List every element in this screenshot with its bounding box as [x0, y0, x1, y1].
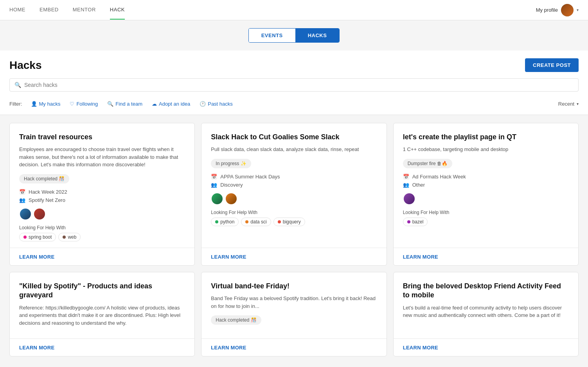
card-body: Train travel resources Employees are enc… — [10, 123, 194, 248]
nav-hack[interactable]: HACK — [110, 0, 125, 20]
hack-card: Bring the beloved Desktop Friend Activit… — [393, 272, 579, 356]
tag: python — [211, 218, 239, 226]
card-title: let's create the playlist page in QT — [403, 133, 569, 142]
tag-dot — [23, 236, 27, 239]
filter-left: Filter: 👤 My hacks ♡ Following 🔍 Find a … — [9, 99, 237, 108]
events-tab[interactable]: EVENTS — [249, 29, 295, 42]
tag-label: data sci — [250, 219, 266, 225]
tag: bazel — [403, 218, 428, 226]
hacks-grid: Train travel resources Employees are enc… — [0, 115, 588, 364]
my-hacks-label: My hacks — [39, 101, 61, 107]
nav-profile[interactable]: My profile ▾ — [536, 4, 579, 16]
search-box: 🔍 — [9, 78, 579, 92]
search-small-icon: 🔍 — [107, 101, 113, 107]
tags: bazel — [403, 218, 569, 226]
card-desc: Reference: https://killedbygoogle.com/ A… — [19, 304, 185, 327]
card-title: Slack Hack to Cut Goalies Some Slack — [211, 133, 377, 142]
avatars — [403, 192, 569, 205]
cloud-icon: ☁ — [152, 101, 157, 107]
calendar-icon: 📅 — [211, 174, 217, 180]
tags: python data sci bigquery — [211, 218, 377, 226]
heart-icon: ♡ — [70, 101, 74, 107]
hack-card: let's create the playlist page in QT 1 C… — [393, 123, 579, 266]
avatars — [19, 208, 185, 220]
tags: spring boot web — [19, 233, 185, 241]
person-icon: 👤 — [31, 101, 37, 107]
hack-card: "Killed by Spotify" - Products and ideas… — [9, 272, 195, 356]
nav-embed[interactable]: EMBED — [40, 0, 59, 20]
card-desc: Employees are encouraged to choose train… — [19, 146, 185, 169]
hacks-tab[interactable]: HACKS — [295, 29, 340, 42]
status-badge: Dumpster fire 🗑🔥 — [403, 159, 452, 168]
card-body: Bring the beloved Desktop Friend Activit… — [394, 272, 578, 338]
learn-more-link[interactable]: LEARN MORE — [211, 345, 246, 351]
event-label: Hack Week 2022 — [29, 189, 67, 195]
create-post-button[interactable]: CREATE POST — [525, 58, 579, 72]
filter-past-hacks[interactable]: 🕐 Past hacks — [196, 99, 237, 108]
clock-icon: 🕐 — [200, 101, 206, 107]
event-row: 📅 Hack Week 2022 — [19, 189, 185, 195]
nav-mentor[interactable]: MENTOR — [73, 0, 96, 20]
filter-my-hacks[interactable]: 👤 My hacks — [27, 99, 65, 108]
learn-more-link[interactable]: LEARN MORE — [403, 345, 438, 351]
filter-row: Filter: 👤 My hacks ♡ Following 🔍 Find a … — [0, 96, 588, 115]
learn-more-link[interactable]: LEARN MORE — [19, 345, 54, 351]
tag: web — [58, 233, 81, 241]
nav-links: HOME EMBED MENTOR HACK — [9, 0, 536, 20]
filter-right: Recent ▾ — [558, 101, 579, 107]
calendar-icon: 📅 — [403, 174, 409, 180]
avatar — [19, 208, 32, 220]
filter-label: Filter: — [9, 101, 22, 107]
avatar — [211, 192, 223, 205]
card-desc: 1 C++ codebase, targeting mobile and des… — [403, 146, 569, 153]
card-body: Virtual band-tee Friday! Band Tee Friday… — [201, 272, 386, 338]
help-label: Looking For Help With — [19, 225, 185, 230]
tag: data sci — [241, 218, 271, 226]
page-title: Hacks — [9, 59, 42, 72]
toggle-row: EVENTS HACKS — [0, 20, 588, 50]
search-icon: 🔍 — [14, 82, 21, 88]
filter-adopt-idea[interactable]: ☁ Adopt an idea — [148, 99, 194, 108]
tag: spring boot — [19, 233, 56, 241]
filter-following[interactable]: ♡ Following — [66, 99, 102, 108]
following-label: Following — [76, 101, 98, 107]
filter-find-team[interactable]: 🔍 Find a team — [103, 99, 146, 108]
tag-dot — [278, 220, 281, 223]
card-title: Train travel resources — [19, 133, 185, 142]
event-label: Ad Formats Hack Week — [412, 174, 466, 180]
team-label: Spotify Net Zero — [29, 197, 65, 203]
learn-more-link[interactable]: LEARN MORE — [211, 254, 246, 260]
event-label: APPA Summer Hack Days — [220, 174, 280, 180]
help-label: Looking For Help With — [211, 210, 377, 215]
tag-dot — [215, 220, 218, 223]
nav-home[interactable]: HOME — [9, 0, 25, 20]
past-hacks-label: Past hacks — [208, 101, 233, 107]
sort-chevron-icon: ▾ — [577, 102, 579, 106]
status-badge: Hack completed 🎊 — [211, 315, 261, 325]
search-input[interactable] — [24, 82, 574, 88]
toggle-group: EVENTS HACKS — [248, 28, 340, 43]
tag: bigquery — [273, 218, 305, 226]
card-title: "Killed by Spotify" - Products and ideas… — [19, 282, 185, 300]
card-footer: LEARN MORE — [394, 338, 578, 356]
profile-label: My profile — [536, 7, 558, 13]
tag-dot — [407, 220, 410, 223]
status-badge: In progress ✨ — [211, 159, 251, 168]
adopt-label: Adopt an idea — [159, 101, 190, 107]
learn-more-link[interactable]: LEARN MORE — [403, 254, 438, 260]
search-row: 🔍 — [0, 72, 588, 96]
tag-label: spring boot — [29, 234, 52, 240]
team-row: 👥 Other — [403, 182, 569, 188]
learn-more-link[interactable]: LEARN MORE — [19, 254, 54, 260]
event-row: 📅 Ad Formats Hack Week — [403, 174, 569, 180]
tag-dot — [63, 236, 66, 239]
help-label: Looking For Help With — [403, 210, 569, 215]
team-icon: 👥 — [211, 182, 217, 188]
hack-card: Slack Hack to Cut Goalies Some Slack Pul… — [201, 123, 387, 266]
avatar — [403, 192, 415, 205]
avatars — [211, 192, 377, 205]
hack-card: Train travel resources Employees are enc… — [9, 123, 195, 266]
tag-label: web — [68, 234, 76, 240]
status-badge: Hack completed 🎊 — [19, 174, 69, 184]
chevron-down-icon: ▾ — [577, 8, 579, 12]
